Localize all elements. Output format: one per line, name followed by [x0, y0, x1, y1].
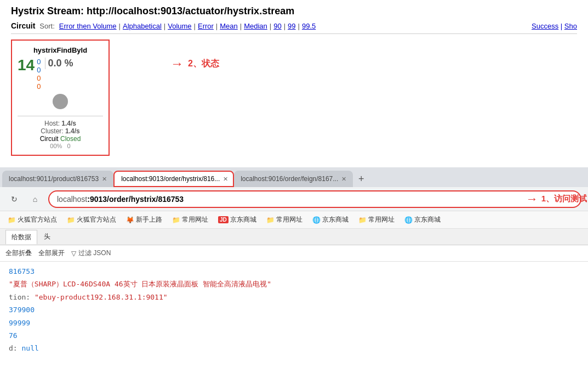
fox-icon: 🦊: [126, 216, 134, 224]
json-filter[interactable]: ▽ 过滤 JSON: [71, 249, 111, 258]
access-test-label: 1、访问测试: [541, 194, 587, 204]
bookmark-6[interactable]: 🌐 京东商城: [309, 214, 352, 226]
card-sub-2: 0: [37, 66, 41, 74]
address-input-wrapper[interactable]: localhost:9013/order/hystrix/816753: [48, 190, 581, 208]
json-salenum: 76: [9, 329, 579, 342]
tab-data[interactable]: 给数据: [5, 230, 37, 244]
arrow-icon: →: [170, 56, 184, 71]
filter-icon: ▽: [71, 250, 76, 257]
card-title: hystrixFindById: [18, 46, 103, 54]
address-bar: ↻ ⌂ localhost:9013/order/hystrix/816753 …: [0, 187, 588, 211]
sort-99[interactable]: 99: [288, 22, 295, 30]
json-id: 816753: [9, 265, 579, 278]
bookmark-3[interactable]: 📁 常用网址: [169, 214, 212, 226]
tab-order-feign-close[interactable]: ✕: [341, 176, 346, 183]
card-circuit-status: Circuit Closed: [18, 135, 103, 143]
status-annotation: → 2、状态: [170, 56, 219, 71]
circuit-label: Circuit: [11, 21, 35, 30]
circuit-indicator: [53, 94, 68, 109]
tab-product[interactable]: localhost:9011/product/816753 ✕: [2, 171, 113, 187]
json-last: d: null: [9, 342, 579, 354]
jd-icon-0: JD: [218, 216, 229, 223]
globe-icon-0: 🌐: [312, 216, 321, 224]
arrow-right-icon: →: [526, 192, 538, 206]
tab-order-feign[interactable]: localhost:9016/order/feign/8167... ✕: [234, 171, 353, 187]
tab-head[interactable]: 头: [38, 230, 56, 244]
card-sub-4: 0: [37, 82, 41, 91]
bookmarks-bar: 📁 火狐官方站点 📁 火狐官方站点 🦊 新手上路 📁 常用网址 JD 京东商城 …: [0, 211, 588, 229]
sort-median[interactable]: Median: [244, 22, 267, 30]
tab-order-feign-label: localhost:9016/order/feign/8167...: [241, 175, 338, 183]
card-cluster: Cluster: 1.4/s: [18, 127, 103, 135]
card-divider: [18, 116, 103, 116]
collapse-all-button[interactable]: 全部折叠: [5, 249, 32, 258]
bookmark-1[interactable]: 📁 火狐官方站点: [64, 214, 119, 226]
sort-alpha[interactable]: Alphabetical: [123, 22, 162, 30]
card-sub-1: 0: [37, 58, 41, 66]
folder-icon-3: 📁: [172, 216, 180, 224]
sort-995[interactable]: 99.5: [302, 22, 316, 30]
sort-error-volume[interactable]: Error then Volume: [59, 22, 117, 30]
refresh-button[interactable]: ↻: [7, 191, 22, 207]
expand-all-button[interactable]: 全部展开: [38, 249, 65, 258]
bookmark-5[interactable]: 📁 常用网址: [263, 214, 306, 226]
browser-section: localhost:9011/product/816753 ✕ localhos…: [0, 167, 588, 358]
folder-icon-0: 📁: [8, 216, 16, 224]
address-annotation: → 1、访问测试: [526, 192, 587, 206]
card-percent: 0.0 %: [48, 58, 73, 69]
new-tab-button[interactable]: +: [353, 171, 369, 187]
bookmark-4[interactable]: JD 京东商城: [215, 214, 260, 226]
success-link[interactable]: Success: [532, 22, 558, 30]
json-toolbar: 全部折叠 全部展开 ▽ 过滤 JSON: [0, 245, 588, 262]
sort-mean[interactable]: Mean: [220, 22, 238, 30]
tab-order-hystrix-label: localhost:9013/order/hystrix/816...: [121, 175, 220, 183]
folder-icon-5: 📁: [266, 216, 275, 224]
tab-product-label: localhost:9011/product/816753: [9, 175, 99, 183]
folder-icon-1: 📁: [67, 216, 75, 224]
hystrix-card: hystrixFindById 14 0 0 0 0 0.0 %: [11, 40, 110, 156]
sort-label: Sort:: [39, 22, 54, 30]
folder-icon-7: 📁: [358, 216, 367, 224]
json-stock: 99999: [9, 317, 579, 329]
card-sub-3: 0: [37, 74, 41, 82]
json-location: tion: "ebuy-product192.168.31.1:9011": [9, 291, 579, 303]
sho-link[interactable]: Sho: [564, 22, 577, 30]
tab-product-close[interactable]: ✕: [102, 176, 107, 183]
sort-volume[interactable]: Volume: [168, 22, 191, 30]
bookmark-2[interactable]: 🦊 新手上路: [123, 214, 165, 226]
globe-icon-1: 🌐: [404, 216, 413, 224]
card-host: Host: 1.4/s: [18, 120, 103, 127]
bookmark-7[interactable]: 📁 常用网址: [355, 214, 398, 226]
bookmark-8[interactable]: 🌐 京东商城: [401, 214, 444, 226]
card-main-num: 14: [18, 58, 35, 73]
sort-error[interactable]: Error: [198, 22, 214, 30]
page-tabs: 给数据 头: [0, 229, 588, 245]
json-price: 379900: [9, 303, 579, 316]
sort-90[interactable]: 90: [273, 22, 281, 30]
address-text: localhost:9013/order/hystrix/816753: [57, 195, 184, 204]
bookmark-0[interactable]: 📁 火狐官方站点: [4, 214, 60, 226]
hystrix-title: Hystrix Stream: http://localhost:9013/ac…: [11, 5, 577, 17]
tab-bar: localhost:9011/product/816753 ✕ localhos…: [0, 167, 588, 187]
home-button[interactable]: ⌂: [27, 191, 43, 207]
json-content: 816753 "夏普（SHARP）LCD-46DS40A 46英寸 日本原装液晶…: [0, 262, 588, 358]
json-name: "夏普（SHARP）LCD-46DS40A 46英寸 日本原装液晶面板 智能全高…: [9, 278, 579, 290]
tab-order-hystrix[interactable]: localhost:9013/order/hystrix/816... ✕: [113, 171, 234, 187]
tab-order-hystrix-close[interactable]: ✕: [223, 176, 228, 183]
